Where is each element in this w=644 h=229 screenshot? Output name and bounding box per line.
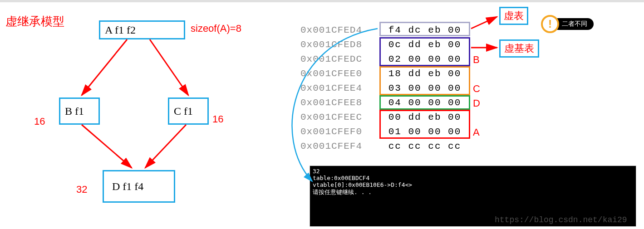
mem-group-b <box>379 37 470 66</box>
mem-addr-8: 0x001CFEF4 <box>300 141 362 151</box>
mem-bytes-8: cc cc cc cc <box>384 141 466 151</box>
console-line3: vtable[0]:0x00EB10E6->D:f4<> <box>313 181 412 188</box>
mem-addr-1: 0x001CFED8 <box>300 39 362 50</box>
class-c-size: 16 <box>212 113 223 125</box>
mem-label-d: D <box>473 97 480 109</box>
svg-line-1 <box>150 39 188 95</box>
mem-addr-6: 0x001CFEEC <box>300 112 362 122</box>
diagram-title: 虚继承模型 <box>5 14 64 29</box>
class-a-label: A f1 f2 <box>105 24 136 36</box>
alert-icon: ! <box>541 15 559 33</box>
mem-addr-2: 0x001CFEDC <box>300 54 362 64</box>
console-line2: table:0x00EBDCF4 <box>313 175 369 181</box>
vtable-box: 虚表 <box>499 7 528 25</box>
class-b-size: 16 <box>34 116 45 127</box>
mem-group-vtable <box>379 22 470 36</box>
svg-line-0 <box>82 39 127 95</box>
class-b-label: B f1 <box>65 105 84 117</box>
diagram-canvas: 虚继承模型 A f1 f2 sizeof(A)=8 B f1 16 C f1 1… <box>0 0 644 229</box>
mem-label-c: C <box>473 83 480 95</box>
class-d-box: D f1 f4 <box>103 170 175 203</box>
vtable-label: 虚表 <box>504 9 524 23</box>
svg-line-4 <box>471 17 497 29</box>
class-c-label: C f1 <box>174 105 193 117</box>
mem-label-b: B <box>473 54 480 66</box>
class-a-size: sizeof(A)=8 <box>191 23 241 34</box>
mem-addr-7: 0x001CFEF0 <box>300 127 362 137</box>
mem-group-c <box>379 66 470 95</box>
mem-group-d <box>379 95 470 110</box>
mem-addr-5: 0x001CFEE8 <box>300 97 362 108</box>
console-line4: 请按任意键继续. . . <box>313 189 372 195</box>
class-c-box: C f1 <box>168 97 209 125</box>
class-d-size: 32 <box>76 184 87 195</box>
mem-group-a <box>379 110 470 139</box>
mem-addr-4: 0x001CFEE4 <box>300 83 362 93</box>
console-line1: 32 <box>313 168 320 175</box>
svg-line-2 <box>82 125 132 168</box>
alert-badge: ! 二者不同 <box>541 15 594 33</box>
class-b-box: B f1 <box>59 97 100 125</box>
svg-line-3 <box>145 125 186 168</box>
class-d-label: D f1 f4 <box>112 180 143 193</box>
mem-label-a: A <box>473 127 480 138</box>
class-a-box: A f1 f2 <box>99 20 185 39</box>
mem-addr-0: 0x001CFED4 <box>300 25 362 35</box>
mem-addr-3: 0x001CFEE0 <box>300 68 362 79</box>
watermark: https://blog.csdn.net/kai29 <box>495 215 627 224</box>
vbtable-box: 虚基表 <box>499 39 539 58</box>
vbtable-label: 虚基表 <box>504 42 534 55</box>
